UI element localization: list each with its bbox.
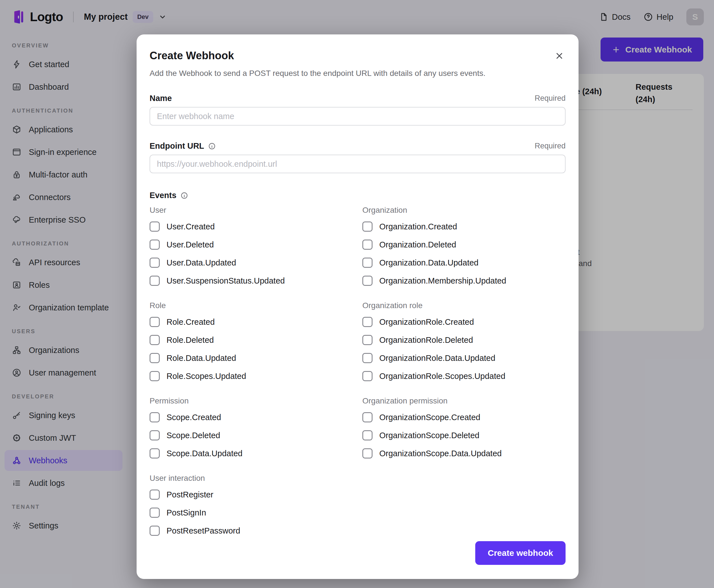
checkbox[interactable] bbox=[150, 276, 160, 286]
checkbox[interactable] bbox=[362, 412, 373, 422]
events-grid: User User.Created User.Deleted User.Data… bbox=[150, 206, 566, 551]
checkbox[interactable] bbox=[150, 353, 160, 363]
info-icon[interactable] bbox=[180, 192, 188, 200]
event-label: OrganizationRole.Created bbox=[379, 317, 474, 327]
endpoint-field-label: Endpoint URL bbox=[150, 141, 204, 151]
event-checkbox-role-deleted[interactable]: Role.Deleted bbox=[150, 331, 362, 349]
event-checkbox-organizationscope-data-updated[interactable]: OrganizationScope.Data.Updated bbox=[362, 444, 566, 462]
event-group-organization: Organization Organization.Created Organi… bbox=[362, 206, 566, 290]
submit-create-webhook-button[interactable]: Create webhook bbox=[475, 541, 566, 565]
event-checkbox-role-data-updated[interactable]: Role.Data.Updated bbox=[150, 349, 362, 367]
info-icon[interactable] bbox=[208, 142, 216, 150]
checkbox[interactable] bbox=[150, 222, 160, 232]
event-checkbox-scope-created[interactable]: Scope.Created bbox=[150, 408, 362, 426]
event-group-organization-permission: Organization permission OrganizationScop… bbox=[362, 396, 566, 462]
checkbox[interactable] bbox=[362, 353, 373, 363]
app-root: Logto My project Dev Docs bbox=[0, 0, 714, 588]
event-group-heading: Organization permission bbox=[362, 396, 566, 405]
event-checkbox-organizationrole-created[interactable]: OrganizationRole.Created bbox=[362, 313, 566, 331]
checkbox[interactable] bbox=[150, 317, 160, 327]
event-label: Role.Created bbox=[167, 317, 215, 327]
event-label: Organization.Deleted bbox=[379, 240, 456, 249]
checkbox[interactable] bbox=[362, 258, 373, 268]
checkbox[interactable] bbox=[150, 371, 160, 381]
events-label: Events bbox=[150, 191, 176, 200]
close-button[interactable] bbox=[553, 50, 566, 62]
create-webhook-modal: Create Webhook Add the Webhook to send a… bbox=[136, 35, 579, 579]
event-label: Scope.Created bbox=[167, 413, 221, 422]
event-group-user: User User.Created User.Deleted User.Data… bbox=[150, 206, 362, 290]
event-checkbox-scope-deleted[interactable]: Scope.Deleted bbox=[150, 426, 362, 444]
event-label: OrganizationRole.Scopes.Updated bbox=[379, 372, 505, 381]
endpoint-required-badge: Required bbox=[534, 142, 566, 150]
checkbox[interactable] bbox=[150, 526, 160, 536]
event-checkbox-organization-deleted[interactable]: Organization.Deleted bbox=[362, 236, 566, 254]
event-checkbox-scope-data-updated[interactable]: Scope.Data.Updated bbox=[150, 444, 362, 462]
event-group-user-interaction: User interaction PostRegister PostSignIn… bbox=[150, 474, 362, 540]
checkbox[interactable] bbox=[362, 371, 373, 381]
modal-description: Add the Webhook to send a POST request t… bbox=[150, 69, 566, 78]
checkbox[interactable] bbox=[362, 239, 373, 250]
name-field-label: Name bbox=[150, 94, 172, 103]
event-label: Scope.Data.Updated bbox=[167, 449, 243, 458]
checkbox[interactable] bbox=[150, 448, 160, 459]
event-group-heading: Organization role bbox=[362, 301, 566, 310]
event-label: PostRegister bbox=[167, 490, 213, 499]
event-checkbox-user-data-updated[interactable]: User.Data.Updated bbox=[150, 254, 362, 272]
event-checkbox-user-created[interactable]: User.Created bbox=[150, 217, 362, 236]
checkbox[interactable] bbox=[150, 430, 160, 440]
checkbox[interactable] bbox=[362, 317, 373, 327]
event-group-heading: User interaction bbox=[150, 474, 362, 483]
event-checkbox-postregister[interactable]: PostRegister bbox=[150, 486, 362, 504]
event-checkbox-organization-membership-updated[interactable]: Organization.Membership.Updated bbox=[362, 272, 566, 290]
event-checkbox-postsignin[interactable]: PostSignIn bbox=[150, 504, 362, 522]
checkbox[interactable] bbox=[150, 412, 160, 422]
checkbox[interactable] bbox=[362, 430, 373, 440]
event-group-heading: Organization bbox=[362, 206, 566, 215]
event-label: Role.Deleted bbox=[167, 335, 214, 345]
event-label: OrganizationScope.Data.Updated bbox=[379, 449, 502, 458]
event-checkbox-postresetpassword[interactable]: PostResetPassword bbox=[150, 522, 362, 540]
event-label: Scope.Deleted bbox=[167, 431, 220, 440]
event-label: User.SuspensionStatus.Updated bbox=[167, 276, 285, 286]
checkbox[interactable] bbox=[150, 258, 160, 268]
name-required-badge: Required bbox=[534, 94, 566, 103]
event-checkbox-user-suspensionstatus-updated[interactable]: User.SuspensionStatus.Updated bbox=[150, 272, 362, 290]
event-group-organization-role: Organization role OrganizationRole.Creat… bbox=[362, 301, 566, 385]
event-label: PostSignIn bbox=[167, 508, 206, 518]
webhook-name-input[interactable] bbox=[150, 107, 566, 126]
event-checkbox-organizationscope-deleted[interactable]: OrganizationScope.Deleted bbox=[362, 426, 566, 444]
event-label: User.Deleted bbox=[167, 240, 214, 249]
event-group-heading: User bbox=[150, 206, 362, 215]
event-checkbox-role-created[interactable]: Role.Created bbox=[150, 313, 362, 331]
event-label: OrganizationScope.Created bbox=[379, 413, 480, 422]
event-checkbox-organization-data-updated[interactable]: Organization.Data.Updated bbox=[362, 254, 566, 272]
event-checkbox-organizationrole-deleted[interactable]: OrganizationRole.Deleted bbox=[362, 331, 566, 349]
event-label: User.Created bbox=[167, 222, 215, 231]
modal-title: Create Webhook bbox=[150, 50, 234, 62]
event-label: OrganizationScope.Deleted bbox=[379, 431, 480, 440]
checkbox[interactable] bbox=[150, 489, 160, 500]
close-icon bbox=[554, 51, 564, 61]
checkbox[interactable] bbox=[362, 222, 373, 232]
event-checkbox-organization-created[interactable]: Organization.Created bbox=[362, 217, 566, 236]
event-checkbox-organizationscope-created[interactable]: OrganizationScope.Created bbox=[362, 408, 566, 426]
checkbox[interactable] bbox=[150, 508, 160, 518]
event-checkbox-organizationrole-scopes-updated[interactable]: OrganizationRole.Scopes.Updated bbox=[362, 367, 566, 385]
event-label: Organization.Membership.Updated bbox=[379, 276, 506, 286]
checkbox[interactable] bbox=[362, 335, 373, 345]
event-label: OrganizationRole.Deleted bbox=[379, 335, 473, 345]
endpoint-url-input[interactable] bbox=[150, 154, 566, 173]
event-label: User.Data.Updated bbox=[167, 258, 236, 268]
event-label: PostResetPassword bbox=[167, 526, 240, 536]
checkbox[interactable] bbox=[150, 335, 160, 345]
checkbox[interactable] bbox=[150, 239, 160, 250]
event-checkbox-organizationrole-data-updated[interactable]: OrganizationRole.Data.Updated bbox=[362, 349, 566, 367]
event-label: Role.Data.Updated bbox=[167, 354, 236, 363]
checkbox[interactable] bbox=[362, 448, 373, 459]
event-checkbox-role-scopes-updated[interactable]: Role.Scopes.Updated bbox=[150, 367, 362, 385]
event-group-heading: Permission bbox=[150, 396, 362, 405]
event-label: Organization.Created bbox=[379, 222, 457, 231]
event-checkbox-user-deleted[interactable]: User.Deleted bbox=[150, 236, 362, 254]
checkbox[interactable] bbox=[362, 276, 373, 286]
